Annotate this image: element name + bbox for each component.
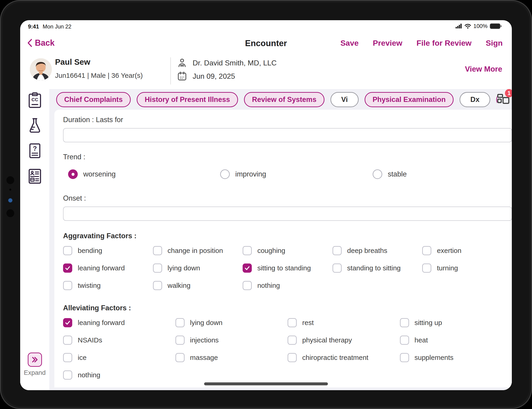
sign-button[interactable]: Sign [486, 38, 503, 47]
patient-header: Paul Sew Jun16641 | Male | 36 Year(s) Dr… [20, 54, 512, 89]
encounter-date: Jun 09, 2025 [193, 72, 235, 81]
radio-icon [68, 169, 78, 179]
checkbox-icon [63, 318, 72, 327]
radio-icon [373, 169, 382, 179]
sidebar-item-patient-card[interactable] [20, 168, 49, 193]
patient-name: Paul Sew [55, 57, 90, 66]
checkbox-heat[interactable]: heat [400, 335, 512, 345]
checkbox-standing-to-sitting[interactable]: standing to sitting [333, 263, 422, 273]
sidebar-item-questionnaire[interactable]: ? [20, 143, 49, 168]
ipad-frame: 9:41 Mon Jun 22 100% [0, 0, 532, 409]
flask-icon [27, 118, 42, 134]
checkbox-icon [153, 246, 162, 255]
svg-text:?: ? [33, 145, 37, 152]
cellular-signal-icon [456, 24, 462, 29]
checkbox-icon [63, 335, 72, 345]
radio-icon [220, 169, 230, 179]
front-camera-ring [6, 176, 14, 184]
checkbox-icon [153, 263, 162, 273]
preview-button[interactable]: Preview [373, 38, 402, 47]
provider-name: Dr. David Smith, MD, LLC [193, 59, 277, 67]
nav-bar: Back Encounter Save Preview File for Rev… [20, 33, 512, 54]
checkbox-change-in-position[interactable]: change in position [153, 246, 243, 255]
checkbox-supplements[interactable]: supplements [400, 353, 512, 362]
checkbox-sitting-up[interactable]: sitting up [400, 318, 512, 327]
checkbox-leaning-forward[interactable]: leaning forward [63, 318, 175, 327]
radio-improving[interactable]: improving [220, 169, 266, 179]
patient-meta: Jun16641 | Male | 36 Year(s) [55, 72, 143, 79]
checkbox-icon [400, 335, 409, 345]
divider [170, 57, 171, 84]
tab-review-of-systems[interactable]: Review of Systems [244, 92, 325, 107]
status-bar: 9:41 Mon Jun 22 100% [20, 20, 512, 33]
double-chevron-right-icon [31, 356, 39, 363]
radio-stable[interactable]: stable [373, 169, 407, 179]
save-button[interactable]: Save [340, 38, 358, 47]
checkbox-nothing[interactable]: nothing [243, 281, 333, 290]
checkbox-icon [63, 281, 72, 290]
checkbox-massage[interactable]: massage [175, 353, 288, 362]
home-indicator[interactable] [204, 382, 328, 385]
wifi-icon [464, 23, 471, 29]
view-more-link[interactable]: View More [465, 65, 502, 74]
checkbox-sitting-to-standing[interactable]: sitting to standing [243, 263, 333, 273]
document-question-icon: ? [27, 143, 42, 159]
checkbox-nsaids[interactable]: NSAIDs [63, 335, 175, 345]
battery-icon [490, 23, 502, 29]
duration-input[interactable] [63, 128, 512, 142]
checkbox-bending[interactable]: bending [63, 246, 153, 255]
file-for-review-button[interactable]: File for Review [416, 38, 471, 47]
alleviating-factors-group: leaning forward lying down rest sitting … [63, 318, 512, 380]
tab-dx[interactable]: Dx [460, 92, 490, 107]
checkbox-nothing[interactable]: nothing [63, 371, 175, 380]
checkbox-ice[interactable]: ice [63, 353, 175, 362]
checkbox-icon [175, 335, 185, 345]
checkbox-turning[interactable]: turning [422, 263, 512, 273]
checkbox-twisting[interactable]: twisting [63, 281, 153, 290]
tab-history-of-present-illness[interactable]: History of Present Illness [137, 92, 238, 107]
aggravating-factors-label: Aggravating Factors : [63, 232, 503, 240]
onset-label: Onset : [63, 194, 503, 203]
sections-overflow-button[interactable]: 1 [497, 92, 510, 106]
notification-badge: 1 [505, 89, 512, 97]
checkbox-icon [175, 353, 185, 362]
checkbox-exertion[interactable]: exertion [422, 246, 512, 255]
checkbox-injections[interactable]: injections [175, 335, 288, 345]
checkmark-icon [65, 265, 71, 271]
radio-worsening[interactable]: worsening [68, 169, 116, 179]
checkbox-icon [400, 318, 409, 327]
clipboard-cc-icon: CC [27, 92, 42, 109]
checkbox-icon [63, 371, 72, 380]
checkbox-icon [63, 246, 72, 255]
tabs-row: Chief ComplaintsHistory of Present Illne… [56, 91, 497, 108]
onset-input[interactable] [63, 206, 512, 221]
tab-chief-complaints[interactable]: Chief Complaints [56, 92, 131, 107]
checkbox-rest[interactable]: rest [288, 318, 400, 327]
id-card-icon [27, 168, 42, 185]
sidebar-item-chief-complaints[interactable]: CC [20, 92, 49, 118]
tab-vi[interactable]: Vi [330, 92, 359, 107]
checkbox-physical-therapy[interactable]: physical therapy [288, 335, 400, 345]
checkbox-lying-down[interactable]: lying down [153, 263, 243, 273]
checkbox-icon [243, 263, 252, 273]
checkbox-icon [422, 246, 431, 255]
trend-options: worsening improving stable [63, 169, 503, 179]
checkbox-icon [243, 281, 252, 290]
checkbox-deep-breaths[interactable]: deep breaths [333, 246, 422, 255]
tab-physical-examination[interactable]: Physical Examination [365, 92, 454, 107]
checkbox-icon [288, 335, 297, 345]
checkbox-coughing[interactable]: coughing [243, 246, 333, 255]
aggravating-factors-group: bending change in position coughing deep… [63, 246, 512, 290]
battery-percent: 100% [474, 23, 487, 29]
checkbox-icon [63, 353, 72, 362]
checkbox-walking[interactable]: walking [153, 281, 243, 290]
sensor-ring [6, 209, 14, 217]
checkbox-chiropractic-treatment[interactable]: chiropractic treatment [288, 353, 400, 362]
status-time: 9:41 [28, 23, 39, 30]
sidebar-item-labs[interactable] [20, 118, 49, 143]
checkbox-leaning-forward[interactable]: leaning forward [63, 263, 153, 273]
status-date: Mon Jun 22 [43, 23, 71, 30]
expand-button[interactable] [28, 353, 42, 367]
checkbox-lying-down[interactable]: lying down [175, 318, 288, 327]
checkbox-icon [153, 281, 162, 290]
